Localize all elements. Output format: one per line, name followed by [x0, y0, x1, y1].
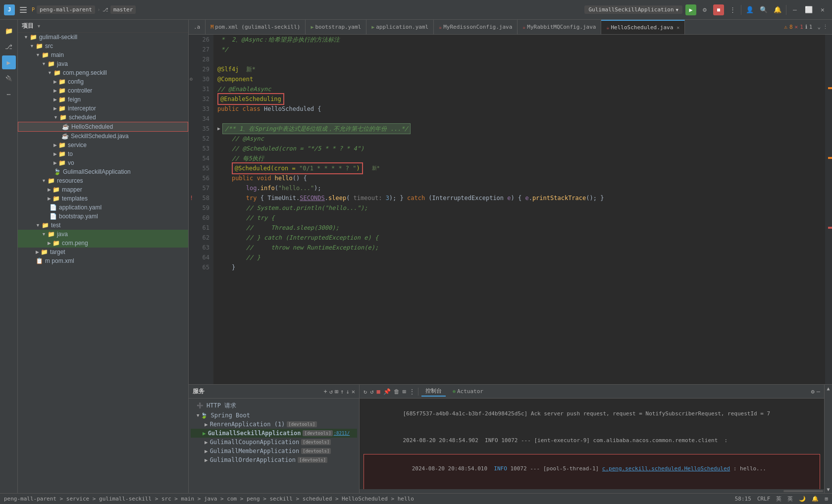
- tree-item-vo[interactable]: ▶ 📁 vo: [18, 158, 188, 167]
- spring-app-icon: 🍃: [53, 168, 61, 175]
- service-item-spring-boot[interactable]: ▼ 🍃 Spring Boot: [191, 411, 357, 420]
- maximize-button[interactable]: ⬜: [803, 4, 814, 15]
- services-filter-icon[interactable]: ⊞: [335, 388, 338, 395]
- scroll-up-icon[interactable]: ▲: [827, 386, 830, 391]
- chevron-right-icon: ▶: [53, 97, 57, 102]
- sidebar-icon-project[interactable]: 📁: [2, 24, 16, 38]
- tree-item-hello-scheduled[interactable]: ☕ HelloScheduled: [18, 122, 188, 132]
- tab-a[interactable]: .a: [189, 20, 206, 35]
- console-refresh-icon[interactable]: ↻: [364, 388, 367, 395]
- port-link[interactable]: :8211/: [334, 431, 350, 436]
- console-clear-icon[interactable]: 🗑: [394, 388, 400, 395]
- tree-item-java[interactable]: ▼ 📁 java: [18, 59, 188, 68]
- tab-close-icon[interactable]: ✕: [676, 25, 679, 30]
- service-item-coupon[interactable]: ▶ GulimallCouponApplication [devtools]: [191, 438, 357, 447]
- search-button[interactable]: 🔍: [758, 4, 769, 15]
- more-button[interactable]: ⋮: [727, 4, 738, 15]
- tree-item-to[interactable]: ▶ 📁 to: [18, 150, 188, 158]
- tab-bootstrap[interactable]: ▶ bootstrap.yaml: [306, 20, 366, 35]
- tree-item-com-peng-seckill[interactable]: ▼ 📁 com.peng.seckill: [18, 68, 188, 77]
- log-line-nacos: 2024-08-20 20:48:54.902 INFO 10072 --- […: [364, 427, 820, 454]
- console-pin-icon[interactable]: 📌: [383, 388, 391, 395]
- tree-item-resources[interactable]: ▼ 📁 resources: [18, 176, 188, 185]
- tree-item-pom-xml[interactable]: 📋 m pom.xml: [18, 256, 188, 265]
- services-refresh-icon[interactable]: ↺: [329, 388, 333, 395]
- sidebar-icon-run[interactable]: ▶: [2, 55, 16, 69]
- tree-item-test-java[interactable]: ▼ 📁 java: [18, 230, 188, 239]
- tab-rabbitmq[interactable]: ☕ MyRabbitMQConfig.java: [518, 20, 601, 35]
- console-minimize-icon[interactable]: —: [817, 388, 820, 395]
- tree-item-src[interactable]: ▼ 📁 src: [18, 42, 188, 50]
- account-button[interactable]: 👤: [744, 4, 755, 15]
- settings-button[interactable]: ⚙: [699, 4, 710, 15]
- tab-application[interactable]: ▶ application.yaml: [366, 20, 434, 35]
- services-close-icon[interactable]: ✕: [352, 388, 355, 395]
- console-tab-console[interactable]: 控制台: [421, 386, 446, 397]
- service-item-order[interactable]: ▶ GulimallOrderApplication [devtools]: [191, 455, 357, 464]
- tree-item-target[interactable]: ▶ 📁 target: [18, 248, 188, 256]
- hamburger-menu[interactable]: [18, 4, 29, 15]
- code-editor[interactable]: 26 27 28 29 30 ⊙ 31 32: [189, 35, 832, 384]
- log-line-prev: [685f7537-a4b0-4a1c-b3bf-2d4b98425d5c] A…: [364, 401, 820, 427]
- console-restart-icon[interactable]: ↺: [370, 388, 373, 395]
- tab-hello-scheduled[interactable]: ☕ HelloScheduled.java ✕: [601, 20, 685, 35]
- close-button[interactable]: ✕: [817, 4, 828, 15]
- console-filter-icon[interactable]: ⊞: [403, 388, 406, 395]
- branch-name[interactable]: master: [110, 5, 136, 14]
- chevron-down-icon: ▼: [36, 223, 40, 228]
- tree-item-service[interactable]: ▶ 📁 service: [18, 141, 188, 150]
- tree-item-com-peng[interactable]: ▶ 📁 com.peng: [18, 239, 188, 248]
- run-button[interactable]: ▶: [685, 4, 696, 15]
- expand-icon[interactable]: ⌄: [817, 24, 821, 30]
- code-line-64: // }: [217, 252, 821, 262]
- tree-item-main[interactable]: ▼ 📁 main: [18, 50, 188, 59]
- tree-item-interceptor[interactable]: ▶ 📁 interceptor: [18, 104, 188, 113]
- error-count: 1: [800, 24, 803, 30]
- tree-item-gulimall-app[interactable]: 🍃 GulimallSeckillApplication: [18, 167, 188, 176]
- console-settings-icon[interactable]: ⚙: [811, 388, 815, 395]
- folder-icon: 📁: [52, 195, 60, 202]
- services-up-icon[interactable]: ↑: [340, 388, 344, 395]
- service-item-gulimall-seckill[interactable]: ▶ GulimallSeckillApplication [devtools] …: [191, 429, 357, 438]
- tree-item-feign[interactable]: ▶ 📁 feign: [18, 95, 188, 104]
- stop-button[interactable]: ■: [713, 4, 724, 15]
- minimize-button[interactable]: —: [789, 4, 800, 15]
- tree-item-app-yaml[interactable]: 📄 application.yaml: [18, 203, 188, 212]
- app-selector[interactable]: GulimallSeckillApplication ▼: [584, 5, 682, 14]
- project-breadcrumb: P peng-mall-parent › ⎇ master: [32, 5, 136, 14]
- tree-item-test[interactable]: ▼ 📁 test: [18, 221, 188, 230]
- tab-pom-xml[interactable]: M pom.xml (gulimall-seckill): [206, 20, 306, 35]
- status-bell-icon[interactable]: 🔔: [812, 496, 819, 502]
- notification-button[interactable]: 🔔: [772, 4, 783, 15]
- sidebar-icon-vcs[interactable]: ⎇: [2, 40, 16, 53]
- tree-item-bootstrap-yaml[interactable]: 📄 bootstrap.yaml: [18, 212, 188, 221]
- chevron-right-icon: ▶: [53, 160, 57, 165]
- status-layout-icon[interactable]: ⊞: [825, 496, 828, 502]
- tab-redisson[interactable]: ☕ MyRedissonConfig.java: [434, 20, 518, 35]
- tree-item-templates[interactable]: ▶ 📁 templates: [18, 194, 188, 203]
- console-more-icon[interactable]: ⋮: [409, 388, 415, 395]
- console-log-content[interactable]: [685f7537-a4b0-4a1c-b3bf-2d4b98425d5c] A…: [360, 399, 824, 489]
- sidebar-icon-plugins[interactable]: 🔌: [2, 71, 16, 85]
- code-line-54: // 每5执行: [217, 153, 821, 163]
- service-item-http[interactable]: ➕ HTTP 请求: [191, 401, 357, 411]
- project-name[interactable]: peng-mall-parent: [37, 5, 95, 14]
- status-lang[interactable]: 英: [776, 495, 781, 503]
- tree-item-mapper[interactable]: ▶ 📁 mapper: [18, 185, 188, 194]
- console-stop-icon[interactable]: ■: [376, 388, 380, 395]
- service-item-renren[interactable]: ▶ RenrenApplication (1) [devtools]: [191, 420, 357, 429]
- console-tab-actuator[interactable]: ⊛ Actuator: [449, 387, 487, 396]
- console-scrollbar[interactable]: [360, 489, 824, 493]
- more-tabs-icon[interactable]: ⋮: [823, 24, 828, 30]
- tree-item-gulimall-seckill[interactable]: ▼ 📁 gulimall-seckill: [18, 33, 188, 42]
- tree-item-controller[interactable]: ▶ 📁 controller: [18, 86, 188, 95]
- sidebar-icon-more[interactable]: ⋯: [2, 87, 16, 101]
- services-down-icon[interactable]: ↓: [346, 388, 350, 395]
- tree-item-config[interactable]: ▶ 📁 config: [18, 77, 188, 86]
- project-header-dropdown[interactable]: ▼: [37, 24, 41, 29]
- services-add-icon[interactable]: +: [324, 388, 327, 395]
- service-item-member[interactable]: ▶ GulimallMemberApplication [devtools]: [191, 447, 357, 455]
- tree-item-seckill-scheduled[interactable]: ☕ SeckillScheduled.java: [18, 132, 188, 141]
- scroll-down-icon[interactable]: ▼: [827, 487, 830, 492]
- tree-item-scheduled[interactable]: ▼ 📁 scheduled: [18, 113, 188, 122]
